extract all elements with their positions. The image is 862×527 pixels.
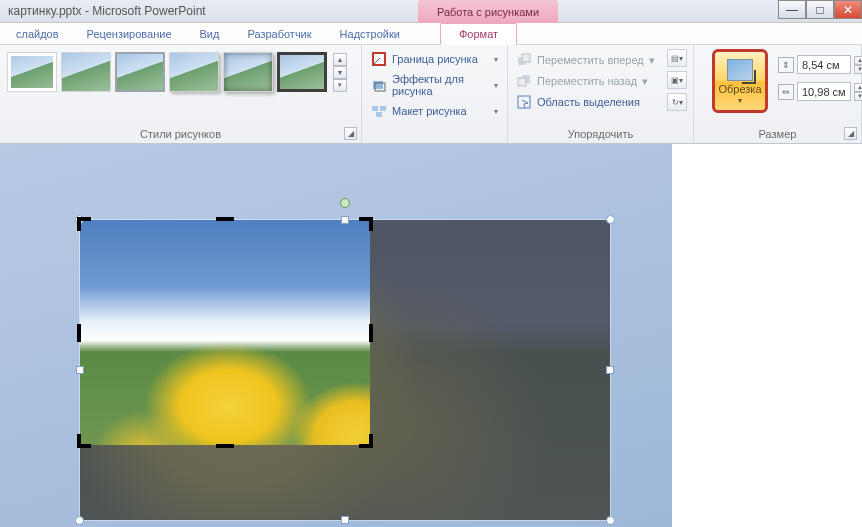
slide-canvas[interactable] xyxy=(0,144,672,527)
crop-handle-b[interactable] xyxy=(216,444,234,448)
crop-handle-l[interactable] xyxy=(77,324,81,342)
gallery-up-button[interactable]: ▲ xyxy=(333,53,347,66)
crop-handle-t[interactable] xyxy=(216,217,234,221)
border-icon xyxy=(371,51,387,67)
window-title: картинку.pptx - Microsoft PowerPoint xyxy=(8,4,206,18)
svg-rect-9 xyxy=(518,78,526,86)
align-button[interactable]: ▤▾ xyxy=(667,49,687,67)
selection-pane-label: Область выделения xyxy=(537,96,640,108)
crop-button[interactable]: Обрезка ▼ xyxy=(712,49,768,113)
window-controls: — □ ✕ xyxy=(778,0,862,19)
svg-rect-10 xyxy=(518,96,530,108)
send-backward-label: Переместить назад xyxy=(537,75,637,87)
dropdown-icon: ▾ xyxy=(642,75,648,88)
dropdown-icon: ▾ xyxy=(494,107,498,116)
style-thumb-2[interactable] xyxy=(61,52,111,92)
style-thumb-3[interactable] xyxy=(115,52,165,92)
dropdown-icon: ▾ xyxy=(494,55,498,64)
crop-handle-r[interactable] xyxy=(369,324,373,342)
workspace xyxy=(0,144,862,527)
bring-forward-label: Переместить вперед xyxy=(537,54,644,66)
selection-pane-icon xyxy=(516,94,532,110)
close-button[interactable]: ✕ xyxy=(834,0,862,19)
spin-down[interactable]: ▼ xyxy=(854,65,862,74)
picture-layout-button[interactable]: Макет рисунка ▾ xyxy=(367,100,502,122)
picture-border-label: Граница рисунка xyxy=(392,53,478,65)
resize-handle-br[interactable] xyxy=(606,516,615,525)
group-picture-format: Граница рисунка ▾ Эффекты для рисунка ▾ … xyxy=(362,45,508,143)
width-spinner: ▲▼ xyxy=(854,83,862,101)
selection-pane-button[interactable]: Область выделения xyxy=(513,92,688,112)
width-icon: ⇔ xyxy=(778,84,794,100)
group-label-arrange: Упорядочить xyxy=(513,126,688,142)
crop-label: Обрезка xyxy=(718,83,761,95)
crop-handle-br[interactable] xyxy=(359,434,373,448)
arrange-mini-buttons: ▤▾ ▣▾ ↻▾ xyxy=(667,49,687,111)
size-dialog-launcher[interactable]: ◢ xyxy=(844,127,857,140)
dropdown-icon: ▾ xyxy=(649,54,655,67)
svg-rect-7 xyxy=(522,54,530,62)
resize-handle-bl[interactable] xyxy=(75,516,84,525)
styles-dialog-launcher[interactable]: ◢ xyxy=(344,127,357,140)
height-icon: ⇕ xyxy=(778,57,794,73)
dropdown-icon: ▼ xyxy=(737,97,744,104)
gallery-more-button[interactable]: ▾ xyxy=(333,79,347,92)
resize-handle-b[interactable] xyxy=(341,516,349,524)
gallery-down-button[interactable]: ▼ xyxy=(333,66,347,79)
style-thumb-6[interactable] xyxy=(277,52,327,92)
title-bar: картинку.pptx - Microsoft PowerPoint Раб… xyxy=(0,0,862,23)
tab-view[interactable]: Вид xyxy=(186,25,234,44)
send-backward-icon xyxy=(516,73,532,89)
svg-rect-5 xyxy=(376,112,382,117)
tab-slides[interactable]: слайдов xyxy=(2,25,73,44)
tab-review[interactable]: Рецензирование xyxy=(73,25,186,44)
crop-handle-bl[interactable] xyxy=(77,434,91,448)
height-row: ⇕ 8,54 см ▲▼ xyxy=(778,55,862,74)
minimize-button[interactable]: — xyxy=(778,0,806,19)
effects-icon xyxy=(371,77,387,93)
spin-down[interactable]: ▼ xyxy=(854,92,862,101)
bring-forward-button[interactable]: Переместить вперед ▾ xyxy=(513,50,688,70)
svg-rect-3 xyxy=(372,106,378,111)
rotate-handle[interactable] xyxy=(340,198,350,208)
svg-rect-4 xyxy=(380,106,386,111)
tab-addins[interactable]: Надстройки xyxy=(326,25,414,44)
contextual-tab-label: Работа с рисунками xyxy=(418,0,558,23)
rotate-button[interactable]: ↻▾ xyxy=(667,93,687,111)
picture-effects-button[interactable]: Эффекты для рисунка ▾ xyxy=(367,70,502,100)
dropdown-icon: ▾ xyxy=(494,81,498,90)
dimensions: ⇕ 8,54 см ▲▼ ⇔ 10,98 см ▲▼ xyxy=(778,55,862,101)
height-spinner: ▲▼ xyxy=(854,56,862,74)
width-input[interactable]: 10,98 см xyxy=(797,82,851,101)
bring-forward-icon xyxy=(516,52,532,68)
group-label-size: Размер xyxy=(694,126,861,142)
spin-up[interactable]: ▲ xyxy=(854,83,862,92)
group-label-styles: Стили рисунков xyxy=(5,126,356,142)
ribbon-tabs: слайдов Рецензирование Вид Разработчик Н… xyxy=(0,23,862,45)
group-button[interactable]: ▣▾ xyxy=(667,71,687,89)
picture-styles-gallery: ▲ ▼ ▾ xyxy=(5,48,356,92)
resize-handle-tr[interactable] xyxy=(606,215,615,224)
group-arrange: Переместить вперед ▾ Переместить назад ▾… xyxy=(508,45,694,143)
layout-icon xyxy=(371,103,387,119)
group-picture-styles: ▲ ▼ ▾ Стили рисунков ◢ xyxy=(0,45,362,143)
crop-icon xyxy=(727,59,753,81)
resize-handle-r[interactable] xyxy=(606,366,614,374)
height-input[interactable]: 8,54 см xyxy=(797,55,851,74)
width-row: ⇔ 10,98 см ▲▼ xyxy=(778,82,862,101)
send-backward-button[interactable]: Переместить назад ▾ xyxy=(513,71,688,91)
picture-border-button[interactable]: Граница рисунка ▾ xyxy=(367,48,502,70)
crop-handle-tr[interactable] xyxy=(359,217,373,231)
gallery-scroll: ▲ ▼ ▾ xyxy=(333,53,347,92)
tab-format[interactable]: Формат xyxy=(440,23,517,45)
crop-frame xyxy=(80,220,370,445)
crop-handle-tl[interactable] xyxy=(77,217,91,231)
maximize-button[interactable]: □ xyxy=(806,0,834,19)
spin-up[interactable]: ▲ xyxy=(854,56,862,65)
style-thumb-4[interactable] xyxy=(169,52,219,92)
picture-effects-label: Эффекты для рисунка xyxy=(392,73,489,97)
picture-layout-label: Макет рисунка xyxy=(392,105,467,117)
style-thumb-5[interactable] xyxy=(223,52,273,92)
style-thumb-1[interactable] xyxy=(7,52,57,92)
tab-developer[interactable]: Разработчик xyxy=(233,25,325,44)
